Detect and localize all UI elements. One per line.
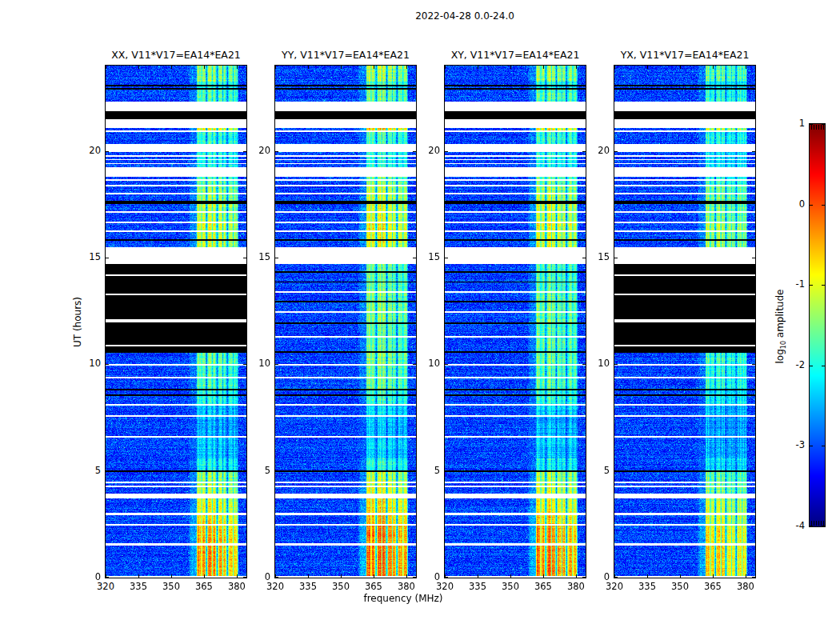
spectrogram-xx: [105, 65, 247, 578]
panel-title-yy: YY, V11*V17=EA14*EA21: [258, 49, 434, 61]
colorbar-label-text: log: [774, 349, 786, 363]
colorbar-label-sub: 10: [780, 341, 787, 349]
panel-title-xy: XY, V11*V17=EA14*EA21: [427, 49, 603, 61]
x-tick-label: 380: [224, 581, 250, 592]
x-tick-label: 380: [563, 581, 589, 592]
panel-title-yx: YX, V11*V17=EA14*EA21: [597, 49, 773, 61]
y-tick-label: 5: [411, 465, 440, 476]
y-tick-label: 15: [72, 251, 101, 262]
y-tick-label: 20: [72, 145, 101, 156]
x-tick-label: 335: [634, 581, 660, 592]
colorbar-tick-label: 1: [776, 118, 805, 129]
y-tick-label: 0: [72, 571, 101, 582]
y-tick-label: 5: [581, 465, 610, 476]
x-tick-label: 320: [432, 581, 458, 592]
x-tick-label: 335: [465, 581, 490, 592]
x-tick-label: 365: [361, 581, 386, 592]
y-tick-label: 0: [242, 571, 270, 582]
y-tick-label: 20: [581, 145, 610, 156]
x-axis-label: frequency (MHz): [339, 593, 467, 604]
y-tick-label: 0: [411, 571, 440, 582]
y-tick-label: 0: [581, 571, 610, 582]
x-tick-label: 380: [733, 581, 758, 592]
y-tick-label: 15: [242, 251, 270, 262]
spectrogram-yy: [274, 65, 417, 578]
y-tick-label: 15: [581, 251, 610, 262]
figure: 2022-04-28 0.0-24.0 XX, V11*V17=EA14*EA2…: [0, 0, 840, 640]
x-tick-label: 320: [602, 581, 627, 592]
y-axis-label: UT (hours): [72, 274, 84, 370]
x-tick-label: 350: [667, 581, 693, 592]
y-tick-label: 15: [411, 251, 440, 262]
x-tick-label: 320: [262, 581, 288, 592]
figure-title: 2022-04-28 0.0-24.0: [282, 10, 647, 22]
y-tick-label: 20: [411, 145, 440, 156]
y-tick-label: 5: [242, 465, 270, 476]
x-tick-label: 335: [295, 581, 321, 592]
y-tick-label: 10: [411, 358, 440, 369]
x-tick-label: 335: [126, 581, 151, 592]
x-tick-label: 365: [530, 581, 556, 592]
x-tick-label: 350: [498, 581, 523, 592]
colorbar-tick-label: 0: [776, 198, 805, 210]
x-tick-label: 380: [394, 581, 419, 592]
colorbar-label-rest: amplitude: [774, 290, 786, 341]
colorbar-label: log10 amplitude: [774, 270, 787, 382]
colorbar-tick-label: -4: [776, 520, 805, 531]
x-tick-label: 365: [191, 581, 217, 592]
y-tick-label: 20: [242, 145, 270, 156]
y-tick-label: 10: [242, 358, 270, 369]
x-tick-label: 350: [158, 581, 184, 592]
colorbar-tick-label: -3: [776, 439, 805, 450]
y-tick-label: 5: [72, 465, 101, 476]
panel-title-xx: XX, V11*V17=EA14*EA21: [88, 49, 264, 61]
spectrogram-xy: [444, 65, 586, 578]
spectrogram-yx: [614, 65, 756, 578]
x-tick-label: 365: [700, 581, 726, 592]
y-tick-label: 10: [581, 358, 610, 369]
colorbar: [809, 123, 826, 527]
x-tick-label: 350: [328, 581, 354, 592]
x-tick-label: 320: [93, 581, 118, 592]
